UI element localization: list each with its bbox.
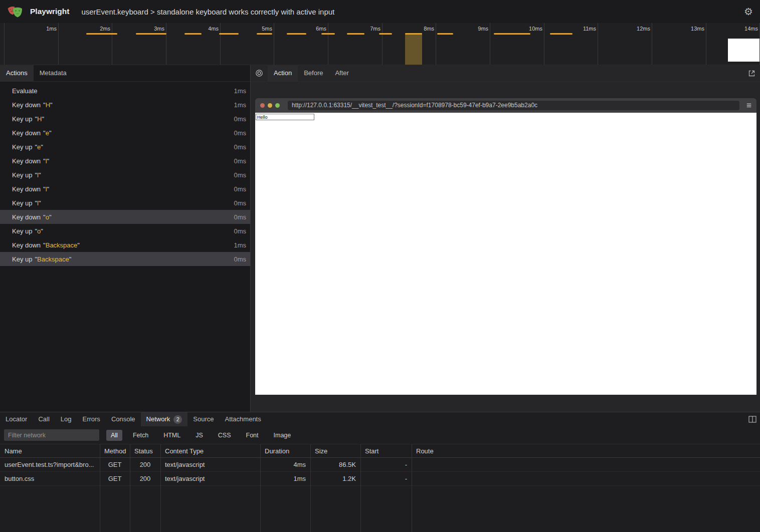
timeline-tick-label: 13ms [691,26,704,32]
cell-status: 200 [130,461,160,468]
tab-label: Console [111,412,135,426]
action-row[interactable]: Key up "l" 0ms [0,196,250,210]
action-name: Key down [12,241,41,249]
timeline-tick-label: 11ms [583,26,596,32]
column-header-duration[interactable]: Duration [260,447,310,455]
column-separator [160,444,161,532]
quote-char: " [41,227,43,235]
action-duration: 0ms [234,115,246,123]
cell-size: 86.5K [310,461,360,468]
timeline-gridline [58,23,59,65]
network-filter-input[interactable] [4,429,99,441]
action-row[interactable]: Key up "H" 0ms [0,112,250,126]
tab-source[interactable]: Source [187,412,219,426]
tab-network[interactable]: Network 2 [141,412,188,426]
action-row[interactable]: Evaluate 1ms [0,84,250,98]
action-row[interactable]: Key up "Backspace" 0ms [0,252,250,266]
header-bar: Playwright userEvent.keyboard > standalo… [0,0,760,23]
action-key: "Backspace" [43,241,80,249]
action-row[interactable]: Key down "e" 0ms [0,126,250,140]
page-text-input[interactable] [256,114,314,120]
action-row[interactable]: Key up "e" 0ms [0,140,250,154]
column-header-name[interactable]: Name [0,447,100,455]
column-header-content-type[interactable]: Content Type [160,447,260,455]
column-separator [100,444,100,532]
action-row[interactable]: Key up "l" 0ms [0,168,250,182]
action-duration: 1ms [234,87,246,95]
key-value: e [46,129,49,137]
tab-metadata[interactable]: Metadata [34,65,73,81]
timeline-tick-label: 5ms [262,26,272,32]
column-separator [260,444,261,532]
main-split: Actions Metadata Evaluate 1ms Key down "… [0,65,760,412]
tab-console[interactable]: Console [106,412,141,426]
action-key: "H" [35,115,44,123]
column-header-route[interactable]: Route [412,447,760,455]
cell-content-type: text/javascript [160,475,260,482]
tab-errors[interactable]: Errors [77,412,105,426]
action-name: Key down [12,157,41,165]
action-row[interactable]: Key down "l" 0ms [0,154,250,168]
timeline-tick-label: 9ms [478,26,488,32]
timeline-gridline [652,23,652,65]
test-title: userEvent.keyboard > standalone keyboard… [81,8,334,16]
action-name: Key up [12,255,32,263]
timeline-action-bar [287,33,306,35]
filter-chip-font[interactable]: Font [242,430,263,441]
timeline-gridline [112,23,112,65]
action-duration: 0ms [234,255,246,263]
browser-window: http://127.0.0.1:63315/__vitest_test__/?… [255,98,756,395]
action-name: Evaluate [12,87,38,95]
timeline-gridline [382,23,383,65]
timeline-gridline [274,23,274,65]
tab-call[interactable]: Call [33,412,55,426]
action-key: "Backspace" [35,255,71,263]
filter-chip-fetch[interactable]: Fetch [128,430,153,441]
timeline-gridline [436,23,436,65]
column-separator [310,444,311,532]
action-row[interactable]: Key up "o" 0ms [0,224,250,238]
gear-icon[interactable]: ⚙ [744,7,753,17]
layout-toggle-icon[interactable] [745,412,760,426]
tab-label: Network [146,412,170,426]
action-name: Key up [12,171,32,179]
tab-before[interactable]: Before [298,65,329,81]
column-header-status[interactable]: Status [130,447,160,455]
action-row[interactable]: Key down "H" 1ms [0,98,250,112]
cell-method: GET [100,461,130,468]
app-name: Playwright [30,7,69,16]
timeline-gridline [166,23,166,65]
tab-attachments[interactable]: Attachments [219,412,266,426]
key-value: o [46,213,49,221]
action-duration: 1ms [234,101,246,109]
tab-locator[interactable]: Locator [0,412,33,426]
quote-char: " [50,101,53,109]
action-row[interactable]: Key down "Backspace" 1ms [0,238,250,252]
filter-chip-js[interactable]: JS [191,430,208,441]
network-row[interactable]: button.css GET 200 text/javascript 1ms 1… [0,472,760,486]
filter-chip-css[interactable]: CSS [214,430,236,441]
filter-chip-image[interactable]: Image [269,430,296,441]
column-header-method[interactable]: Method [100,447,130,455]
action-row[interactable]: Key down "o" 0ms [0,210,250,224]
snapshot-area: http://127.0.0.1:63315/__vitest_test__/?… [251,82,760,412]
action-key: "l" [35,199,41,207]
tab-actions[interactable]: Actions [0,65,34,81]
network-filter-row: All Fetch HTML JS CSS Font Image [0,426,760,444]
timeline-tick-label: 12ms [637,26,650,32]
column-header-size[interactable]: Size [310,447,360,455]
filter-chip-html[interactable]: HTML [159,430,185,441]
open-snapshot-external-icon[interactable] [743,65,760,81]
action-name: Key up [12,199,32,207]
tab-after[interactable]: After [329,65,354,81]
tab-log[interactable]: Log [55,412,77,426]
timeline[interactable]: 1ms2ms3ms4ms5ms6ms7ms8ms9ms10ms11ms12ms1… [0,23,760,65]
pick-locator-icon[interactable] [251,65,268,81]
tab-label: Errors [82,412,100,426]
action-row[interactable]: Key down "l" 0ms [0,182,250,196]
network-row[interactable]: userEvent.test.ts?import&bro... GET 200 … [0,458,760,472]
tab-action[interactable]: Action [268,65,298,81]
column-header-start[interactable]: Start [360,447,412,455]
filter-chip-all[interactable]: All [106,430,122,441]
action-duration: 0ms [234,199,246,207]
